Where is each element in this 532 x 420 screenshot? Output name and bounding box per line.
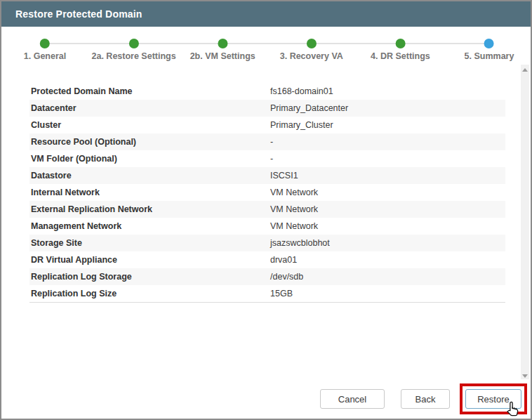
stepper-step-3[interactable]: 2b. VM Settings [190, 27, 255, 61]
table-row: Internal NetworkVM Network [29, 184, 505, 201]
row-label: Resource Pool (Optional) [29, 133, 270, 150]
restore-highlight-annotation: Restore [460, 383, 527, 414]
restore-button[interactable]: Restore [465, 389, 521, 409]
cancel-button[interactable]: Cancel [320, 389, 385, 409]
step-label: 5. Summary [465, 51, 514, 61]
row-value: VM Network [270, 184, 505, 201]
table-row: Resource Pool (Optional)- [29, 133, 505, 150]
stepper-step-5[interactable]: 4. DR Settings [371, 27, 430, 61]
summary-table: Protected Domain Namefs168-domain01Datac… [29, 83, 505, 303]
step-label: 2b. VM Settings [190, 51, 255, 61]
row-value: /dev/sdb [270, 268, 505, 285]
row-value: ISCSI1 [270, 167, 505, 184]
row-label: VM Folder (Optional) [29, 150, 270, 167]
table-row: Replication Log Size15GB [29, 285, 505, 302]
row-label: Internal Network [29, 184, 270, 201]
row-value: - [270, 133, 505, 150]
step-completed-dot-icon [218, 39, 227, 48]
table-row: Protected Domain Namefs168-domain01 [29, 83, 505, 100]
row-value: VM Network [270, 218, 505, 235]
row-label: Datastore [29, 167, 270, 184]
stepper-step-6[interactable]: 5. Summary [465, 27, 514, 61]
stepper-step-1[interactable]: 1. General [24, 27, 66, 61]
step-completed-dot-icon [307, 39, 317, 48]
row-value: jsazswcblobhot [270, 235, 505, 251]
table-row: Replication Log Storage/dev/sdb [29, 268, 505, 285]
row-value: 15GB [270, 285, 505, 302]
row-label: DR Virtual Appliance [29, 251, 270, 268]
table-row: External Replication NetworkVM Network [29, 201, 505, 218]
dialog-title: Restore Protected Domain [15, 8, 142, 20]
row-value: Primary_Cluster [270, 117, 505, 133]
step-completed-dot-icon [129, 39, 139, 48]
restore-protected-domain-dialog: Restore Protected Domain 1. General2a. R… [0, 0, 532, 420]
row-label: Replication Log Size [29, 285, 270, 302]
row-value: VM Network [270, 201, 505, 218]
row-label: Replication Log Storage [29, 268, 270, 285]
table-row: Storage Sitejsazswcblobhot [29, 235, 505, 251]
wizard-stepper: 1. General2a. Restore Settings2b. VM Set… [1, 27, 531, 65]
dialog-titlebar: Restore Protected Domain [1, 1, 531, 27]
step-current-dot-icon [484, 39, 494, 48]
step-label: 3. Recovery VA [280, 51, 343, 61]
step-label: 1. General [24, 51, 66, 61]
step-label: 2a. Restore Settings [92, 51, 176, 61]
row-value: drva01 [270, 251, 505, 268]
row-label: Datacenter [29, 100, 270, 117]
dialog-footer: Cancel Back Restore [1, 379, 531, 419]
table-row: ClusterPrimary_Cluster [29, 117, 505, 133]
row-label: Cluster [29, 117, 270, 133]
row-value: fs168-domain01 [270, 83, 505, 100]
table-row: DatastoreISCSI1 [29, 167, 505, 184]
row-value: Primary_Datacenter [270, 100, 505, 117]
table-row: VM Folder (Optional)- [29, 150, 505, 167]
row-label: Management Network [29, 218, 270, 235]
row-label: External Replication Network [29, 201, 270, 218]
step-completed-dot-icon [40, 39, 50, 48]
step-completed-dot-icon [395, 39, 405, 48]
vertical-scrollbar[interactable] [521, 65, 529, 381]
table-row: Management NetworkVM Network [29, 218, 505, 235]
table-row: DatacenterPrimary_Datacenter [29, 100, 505, 117]
scrollbar-up-icon[interactable] [521, 65, 529, 74]
step-label: 4. DR Settings [371, 51, 430, 61]
row-value: - [270, 150, 505, 167]
row-label: Storage Site [29, 235, 270, 251]
stepper-step-2[interactable]: 2a. Restore Settings [92, 27, 176, 61]
back-button[interactable]: Back [401, 389, 450, 409]
stepper-step-4[interactable]: 3. Recovery VA [280, 27, 343, 61]
summary-panel: Protected Domain Namefs168-domain01Datac… [1, 65, 521, 379]
row-label: Protected Domain Name [29, 83, 270, 100]
table-row: DR Virtual Appliancedrva01 [29, 251, 505, 268]
